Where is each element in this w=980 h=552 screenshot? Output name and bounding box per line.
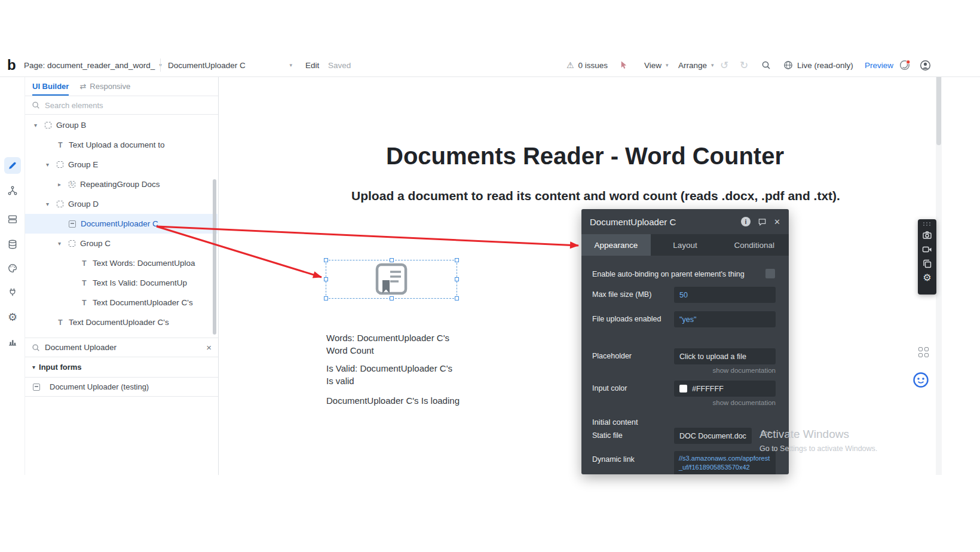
tab-layout[interactable]: Layout (651, 234, 720, 256)
documentuploader-element[interactable] (326, 260, 457, 299)
screenshot-camera-icon[interactable] (922, 230, 932, 240)
autobind-checkbox[interactable] (765, 269, 775, 278)
tree-item-group-d[interactable]: ▾ Group D (25, 194, 218, 214)
selection-handle[interactable] (390, 296, 394, 300)
logs-tab-button[interactable] (4, 333, 21, 350)
copy-slides-icon[interactable] (922, 259, 932, 269)
drag-handle-icon[interactable] (923, 222, 931, 226)
search-elements-input[interactable] (45, 101, 188, 110)
clear-filter-icon[interactable]: × (206, 342, 212, 352)
input-color-picker[interactable]: #FFFFFF (674, 381, 776, 397)
chevron-down-icon[interactable]: ▾ (34, 122, 45, 128)
account-button[interactable] (920, 54, 931, 76)
selection-handle[interactable] (324, 296, 328, 300)
issues-button[interactable]: ⚠ 0 issues (566, 54, 608, 76)
bubble-logo[interactable]: b (7, 54, 16, 76)
help-button[interactable] (899, 54, 911, 76)
arrange-menu[interactable]: Arrange ▾ (678, 54, 714, 76)
undo-icon: ↺ (720, 59, 728, 72)
design-tab-button[interactable] (4, 157, 21, 174)
max-file-size-label: Max file size (MB) (592, 287, 651, 303)
chevron-down-icon[interactable]: ▾ (58, 240, 69, 247)
show-documentation-link[interactable]: show documentation (713, 399, 776, 406)
static-file-input[interactable]: DOC Document.doc (674, 428, 752, 444)
tree-item-group-e[interactable]: ▾ Group E (25, 155, 218, 174)
dynamic-link-input[interactable]: //s3.amazonaws.com/appforest_uf/f1618905… (674, 451, 776, 474)
search-result-item[interactable]: Document Uploader (testing) (25, 377, 218, 397)
data-tab-button[interactable] (4, 236, 21, 253)
grid-widget-icon[interactable] (918, 347, 929, 358)
pointer-tool-button[interactable] (619, 54, 628, 76)
save-status: Saved (328, 54, 351, 76)
info-icon[interactable]: i (741, 217, 751, 226)
tree-item-label: Text Words: DocumentUploa (93, 259, 195, 268)
selection-handle[interactable] (455, 258, 459, 262)
selection-handle[interactable] (324, 258, 328, 262)
tree-item-group-c[interactable]: ▾ Group C (25, 234, 218, 253)
comment-icon[interactable] (758, 217, 767, 226)
element-selector-dropdown[interactable]: DocumentUploader C ▾ (168, 54, 292, 76)
redo-button[interactable]: ↻ (740, 54, 748, 76)
selection-handle[interactable] (324, 277, 328, 281)
tab-responsive[interactable]: ⇄ Responsive (79, 77, 130, 96)
search-button[interactable] (761, 54, 771, 76)
autobind-label: Enable auto-binding on parent element's … (592, 270, 745, 278)
element-filter-input[interactable] (45, 343, 182, 352)
tree-item-text-is-valid[interactable]: T Text Is Valid: DocumentUp (25, 273, 218, 293)
selection-handle[interactable] (455, 296, 459, 300)
property-editor-header[interactable]: DocumentUploader C i ✕ (581, 209, 789, 234)
chevron-down-icon[interactable]: ▾ (46, 161, 57, 168)
tab-ui-builder[interactable]: UI Builder (32, 77, 69, 96)
input-forms-section[interactable]: ▾ Input forms (25, 357, 218, 377)
selection-handle[interactable] (390, 258, 394, 262)
issues-label: 0 issues (578, 61, 608, 70)
redo-icon: ↻ (740, 59, 748, 72)
undo-button[interactable]: ↺ (720, 54, 728, 76)
max-file-size-input[interactable]: 50 (674, 287, 776, 303)
tree-item-label: Group D (68, 200, 99, 208)
arrange-menu-label: Arrange (678, 61, 707, 70)
tree-item-label: Text DocumentUploader C's (69, 318, 169, 327)
settings-tab-button[interactable]: ⚙ (4, 309, 21, 326)
color-swatch[interactable] (679, 385, 687, 392)
chevron-right-icon[interactable]: ▸ (58, 181, 69, 188)
words-text-element[interactable]: Words: DocumentUploader C's Word Count (326, 332, 454, 357)
file-uploads-input[interactable]: "yes" (674, 311, 776, 327)
video-camera-icon[interactable] (922, 244, 932, 254)
tree-item-repeatinggroup-docs[interactable]: ▸ ↻ RepeatingGroup Docs (25, 174, 218, 194)
show-documentation-link[interactable]: show documentation (713, 367, 776, 374)
view-menu[interactable]: View ▾ (644, 54, 669, 76)
plugins-tab-button[interactable] (4, 284, 21, 300)
styles-tab-button[interactable] (4, 260, 21, 277)
selection-handle[interactable] (455, 277, 459, 281)
tree-item-text-upload[interactable]: T Text Upload a document to (25, 135, 218, 155)
tab-responsive-label: Responsive (90, 82, 130, 91)
chevron-down-icon[interactable]: ▾ (46, 201, 57, 207)
edit-mode-button[interactable]: Edit (305, 54, 319, 76)
is-valid-text-element[interactable]: Is Valid: DocumentUploader C's Is valid (326, 363, 454, 387)
tab-conditional[interactable]: Conditional (719, 234, 789, 256)
text-icon: T (81, 299, 88, 307)
is-loading-text-element[interactable]: DocumentUploader C's Is loading (326, 395, 464, 407)
warning-icon: ⚠ (566, 60, 574, 70)
element-selector-label: DocumentUploader C (168, 61, 246, 70)
live-status[interactable]: Live (read-only) (783, 54, 853, 76)
responsive-swap-icon: ⇄ (79, 82, 86, 91)
workflow-tab-button[interactable] (4, 182, 21, 199)
close-icon[interactable]: ✕ (774, 217, 780, 226)
tab-appearance[interactable]: Appearance (581, 234, 651, 256)
tree-item-label: RepeatingGroup Docs (80, 180, 160, 189)
tree-item-text-uploader-cs[interactable]: T Text DocumentUploader C's (25, 293, 218, 312)
debugger-mascot-icon[interactable] (912, 372, 929, 388)
page-selector[interactable]: Page: document_reader_and_word_ ▾ (24, 54, 162, 76)
input-color-label: Input color (592, 381, 627, 397)
tree-item-text-uploader-cs-2[interactable]: T Text DocumentUploader C's (25, 312, 218, 332)
gear-icon[interactable]: ⚙ (923, 273, 931, 283)
tree-scrollbar[interactable] (213, 179, 216, 335)
placeholder-input[interactable]: Click to upload a file (674, 348, 776, 364)
preview-button[interactable]: Preview (865, 54, 893, 76)
tree-item-group-b[interactable]: ▾ Group B (25, 115, 218, 135)
pages-tab-button[interactable] (4, 211, 21, 228)
tree-item-documentuploader-c[interactable]: DocumentUploader C (25, 214, 218, 234)
tree-item-text-words[interactable]: T Text Words: DocumentUploa (25, 253, 218, 273)
